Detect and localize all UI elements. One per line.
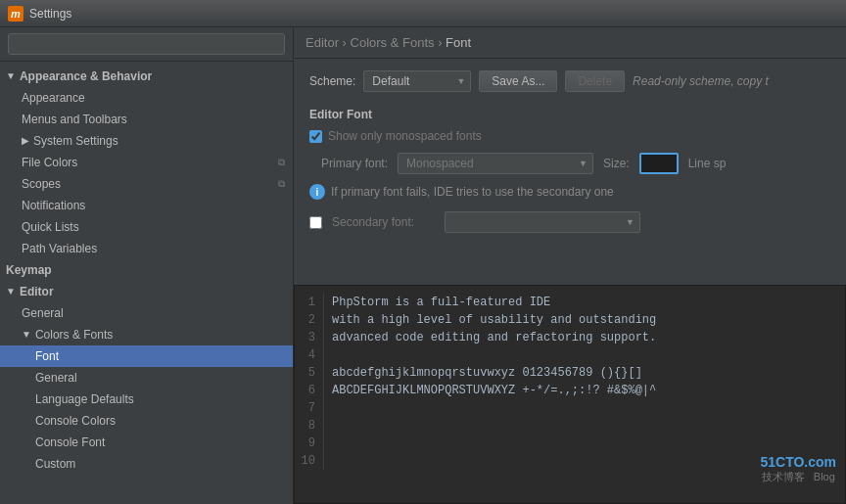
right-panel: Editor › Colors & Fonts › Font Scheme: D… (294, 27, 846, 504)
code-line: 8 (295, 417, 845, 435)
code-line: 2with a high level of usability and outs… (295, 311, 845, 329)
readonly-text: Read-only scheme, copy t (633, 74, 769, 88)
copy-icon: ⧉ (278, 175, 285, 193)
line-content (332, 346, 339, 364)
app-icon: m (8, 6, 24, 22)
line-content (332, 435, 339, 452)
secondary-font-select[interactable] (445, 211, 640, 233)
line-number: 5 (295, 364, 324, 382)
panel-content: Scheme: Default Darcula Custom Save As..… (294, 59, 846, 285)
expand-arrow: ▶ (22, 132, 29, 150)
secondary-font-row: Secondary font: (309, 211, 830, 233)
title-bar: m Settings (0, 0, 846, 27)
sidebar-item-editor[interactable]: ▼ Editor (0, 281, 293, 302)
delete-button[interactable]: Delete (565, 70, 625, 92)
line-content (332, 399, 339, 417)
code-line: 9 (295, 435, 845, 452)
line-content (332, 452, 339, 470)
line-number: 10 (295, 452, 324, 470)
info-icon: i (309, 184, 325, 200)
sidebar-item-console-font[interactable]: Console Font (0, 432, 293, 453)
show-monospaced-row: Show only monospaced fonts (309, 129, 830, 143)
secondary-font-checkbox[interactable] (309, 216, 322, 229)
sidebar-item-menus-toolbars[interactable]: Menus and Toolbars (0, 109, 293, 130)
sidebar-item-appearance[interactable]: Appearance (0, 87, 293, 109)
sidebar-item-custom[interactable]: Custom (0, 453, 293, 475)
copy-icon: ⧉ (278, 154, 285, 171)
size-label: Size: (603, 157, 630, 170)
search-input[interactable] (8, 33, 285, 55)
expand-arrow: ▼ (6, 283, 16, 300)
line-number: 8 (295, 417, 324, 435)
secondary-font-label: Secondary font: (332, 215, 435, 229)
breadcrumb: Editor › Colors & Fonts › Font (294, 27, 846, 59)
line-content (332, 417, 339, 435)
sidebar-item-system-settings[interactable]: ▶ System Settings (0, 130, 293, 152)
save-as-button[interactable]: Save As... (479, 70, 557, 92)
main-container: ▼ Appearance & Behavior Appearance Menus… (0, 27, 846, 504)
line-content: advanced code editing and refactoring su… (332, 329, 656, 346)
code-line: 4 (295, 346, 845, 364)
expand-arrow: ▼ (22, 326, 31, 344)
line-number: 2 (295, 311, 324, 329)
search-container (0, 27, 293, 62)
editor-font-section-title: Editor Font (309, 108, 830, 121)
code-line: 7 (295, 399, 845, 417)
line-number: 7 (295, 399, 324, 417)
line-spacing-label: Line sp (688, 157, 727, 170)
sidebar-item-path-variables[interactable]: Path Variables (0, 238, 293, 259)
sidebar-item-appearance-behavior[interactable]: ▼ Appearance & Behavior (0, 66, 293, 87)
sidebar-item-keymap[interactable]: Keymap (0, 259, 293, 281)
primary-font-row: Primary font: Monospaced Consolas Courie… (309, 153, 830, 174)
sidebar-item-scopes[interactable]: Scopes ⧉ (0, 173, 293, 195)
code-line: 1PhpStorm is a full-featured IDE (295, 294, 845, 311)
scheme-select-wrapper: Default Darcula Custom (363, 70, 471, 92)
sidebar-item-colors-fonts[interactable]: ▼ Colors & Fonts (0, 324, 293, 345)
show-monospaced-label: Show only monospaced fonts (328, 129, 482, 143)
primary-font-label: Primary font: (309, 157, 388, 170)
primary-font-select[interactable]: Monospaced Consolas Courier New (398, 153, 593, 174)
code-line: 6ABCDEFGHIJKLMNOPQRSTUVWXYZ +-*/=.,;:!? … (295, 382, 845, 399)
size-input[interactable]: 12 (639, 153, 679, 174)
line-content: with a high level of usability and outst… (332, 311, 656, 329)
scheme-label: Scheme: (309, 74, 355, 88)
line-number: 4 (295, 346, 324, 364)
line-content: abcdefghijklmnopqrstuvwxyz 0123456789 ()… (332, 364, 642, 382)
expand-arrow: ▼ (6, 68, 16, 85)
sidebar: ▼ Appearance & Behavior Appearance Menus… (0, 27, 294, 504)
line-number: 3 (295, 329, 324, 346)
info-text: If primary font fails, IDE tries to use … (331, 185, 614, 199)
sidebar-item-file-colors[interactable]: File Colors ⧉ (0, 152, 293, 173)
sidebar-item-quick-lists[interactable]: Quick Lists (0, 216, 293, 238)
sidebar-item-console-colors[interactable]: Console Colors (0, 410, 293, 432)
line-content: PhpStorm is a full-featured IDE (332, 294, 550, 311)
primary-font-select-wrapper: Monospaced Consolas Courier New (398, 153, 593, 174)
line-content: ABCDEFGHIJKLMNOPQRSTUVWXYZ +-*/=.,;:!? #… (332, 382, 656, 399)
title-bar-text: Settings (29, 7, 71, 21)
scheme-row: Scheme: Default Darcula Custom Save As..… (309, 70, 830, 92)
tree-container: ▼ Appearance & Behavior Appearance Menus… (0, 62, 293, 504)
sidebar-item-language-defaults[interactable]: Language Defaults (0, 389, 293, 410)
line-number: 9 (295, 435, 324, 452)
scheme-select[interactable]: Default Darcula Custom (363, 70, 471, 92)
sidebar-item-font[interactable]: Font (0, 345, 293, 367)
code-line: 3advanced code editing and refactoring s… (295, 329, 845, 346)
info-row: i If primary font fails, IDE tries to us… (309, 184, 830, 200)
watermark: 51CTO.com 技术博客 Blog (760, 454, 836, 484)
sidebar-item-general2[interactable]: General (0, 367, 293, 389)
line-number: 6 (295, 382, 324, 399)
sidebar-item-general[interactable]: General (0, 302, 293, 324)
secondary-font-select-wrapper (445, 211, 640, 233)
sidebar-item-notifications[interactable]: Notifications (0, 195, 293, 216)
code-line: 5abcdefghijklmnopqrstuvwxyz 0123456789 (… (295, 364, 845, 382)
show-monospaced-checkbox[interactable] (309, 130, 322, 143)
line-number: 1 (295, 294, 324, 311)
